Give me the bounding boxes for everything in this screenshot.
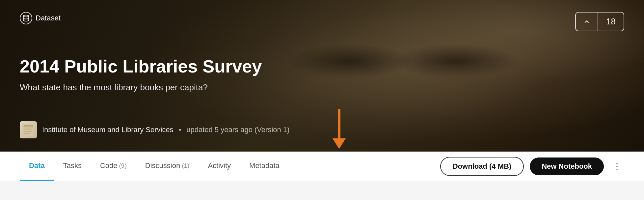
- download-button[interactable]: Download (4 MB): [440, 157, 524, 176]
- nav-bar: Data Tasks Code(9) Discussion(1) Activit…: [0, 152, 644, 181]
- hero-content: Dataset 18 2014 Public Libraries Survey …: [20, 12, 624, 138]
- nav-wrapper: Data Tasks Code(9) Discussion(1) Activit…: [0, 152, 644, 181]
- author-avatar: [20, 121, 37, 138]
- tab-code[interactable]: Code(9): [91, 152, 136, 181]
- tab-discussion[interactable]: Discussion(1): [136, 152, 199, 181]
- svg-rect-4: [24, 129, 32, 130]
- author-avatar-image: [20, 121, 37, 138]
- upvote-arrow-icon: [576, 13, 598, 31]
- nav-tabs: Data Tasks Code(9) Discussion(1) Activit…: [20, 152, 440, 181]
- svg-rect-6: [24, 133, 30, 134]
- dataset-icon: [20, 12, 32, 24]
- tab-metadata[interactable]: Metadata: [240, 152, 289, 181]
- tab-activity[interactable]: Activity: [199, 152, 240, 181]
- svg-point-0: [23, 15, 29, 17]
- hero-title: 2014 Public Libraries Survey: [20, 56, 283, 76]
- tab-data[interactable]: Data: [20, 152, 54, 181]
- new-notebook-button[interactable]: New Notebook: [530, 157, 604, 175]
- upvote-count: 18: [598, 13, 624, 31]
- upvote-button[interactable]: 18: [575, 12, 624, 31]
- bottom-strip: [0, 181, 644, 200]
- dataset-badge: Dataset: [20, 12, 61, 24]
- svg-rect-2: [24, 126, 33, 127]
- svg-rect-5: [24, 131, 32, 132]
- hero-banner: Dataset 18 2014 Public Libraries Survey …: [0, 0, 644, 152]
- more-icon: ⋮: [612, 161, 622, 172]
- more-options-button[interactable]: ⋮: [610, 159, 624, 174]
- hero-top-row: Dataset 18: [20, 12, 624, 31]
- svg-rect-3: [24, 128, 33, 129]
- hero-main: 2014 Public Libraries Survey What state …: [20, 31, 624, 111]
- meta-separator: •: [179, 126, 181, 134]
- author-name[interactable]: Institute of Museum and Library Services: [42, 126, 174, 134]
- meta-updated: updated 5 years ago (Version 1): [186, 126, 289, 134]
- dataset-label: Dataset: [36, 14, 61, 22]
- tab-tasks[interactable]: Tasks: [54, 152, 91, 181]
- hero-subtitle: What state has the most library books pe…: [20, 82, 250, 93]
- hero-meta: Institute of Museum and Library Services…: [20, 121, 624, 138]
- page-wrapper: Dataset 18 2014 Public Libraries Survey …: [0, 0, 644, 200]
- nav-actions: Download (4 MB) New Notebook ⋮: [440, 157, 624, 176]
